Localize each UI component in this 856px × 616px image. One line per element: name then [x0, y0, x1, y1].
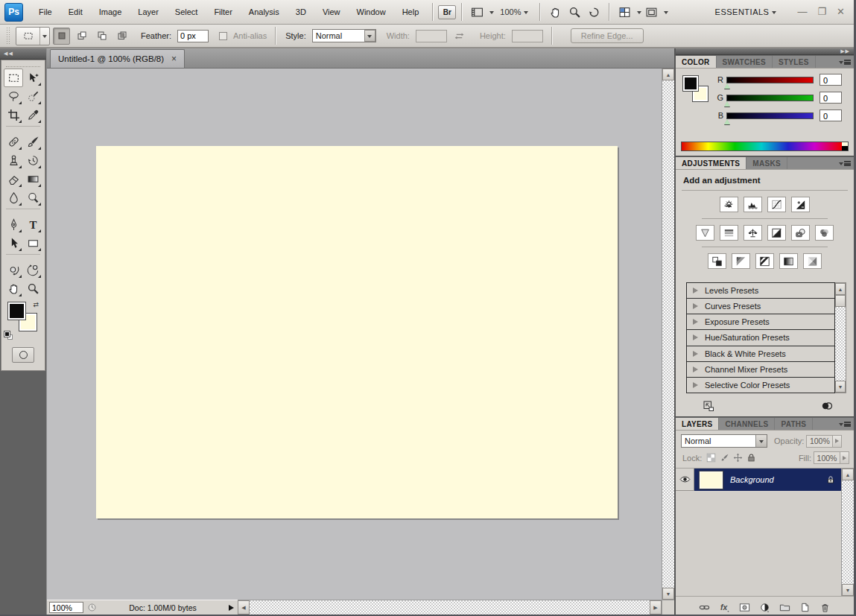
photoshop-logo-icon[interactable]: Ps [4, 3, 23, 22]
menu-3d[interactable]: 3D [288, 0, 314, 25]
menu-edit[interactable]: Edit [60, 0, 91, 25]
layer-name[interactable]: Background [730, 475, 826, 484]
scroll-down-icon[interactable]: ▼ [835, 381, 846, 393]
blue-channel-value[interactable] [819, 109, 842, 121]
default-colors-icon[interactable] [4, 331, 13, 340]
tool-zoom[interactable] [23, 279, 42, 298]
width-input[interactable] [416, 30, 447, 42]
tool-eyedropper[interactable] [23, 106, 42, 124]
selective-color-presets-row[interactable]: Selective Color Presets [687, 378, 834, 393]
red-channel-slider[interactable] [726, 77, 814, 83]
hue-saturation-presets-row[interactable]: Hue/Saturation Presets [687, 330, 834, 346]
options-bar-grip[interactable] [6, 27, 10, 45]
link-layers-icon[interactable] [699, 602, 710, 613]
arrange-documents-icon[interactable] [615, 4, 634, 20]
scroll-up-icon[interactable]: ▲ [835, 283, 846, 295]
curves-presets-row[interactable]: Curves Presets [687, 299, 834, 314]
gradient-map-icon[interactable] [779, 253, 798, 269]
quick-mask-button[interactable] [12, 347, 34, 363]
menu-view[interactable]: View [314, 0, 349, 25]
tab-masks[interactable]: MASKS [746, 157, 787, 169]
new-group-icon[interactable] [779, 602, 790, 613]
status-options-arrow-icon[interactable] [229, 605, 234, 611]
collapse-panels-header[interactable]: ▶▶ [676, 48, 854, 55]
menu-filter[interactable]: Filter [206, 0, 240, 25]
tab-channels[interactable]: CHANNELS [719, 418, 775, 430]
scroll-up-icon[interactable]: ▲ [842, 469, 854, 480]
expand-icon[interactable] [693, 319, 698, 325]
layers-scrollbar[interactable]: ▲ ▼ [841, 469, 854, 596]
status-zoom-input[interactable] [49, 602, 83, 613]
opacity-value[interactable]: 100% [806, 435, 833, 448]
green-channel-slider[interactable] [726, 95, 814, 101]
rotate-view-icon[interactable] [584, 4, 603, 20]
layer-visibility-toggle[interactable] [676, 469, 694, 491]
lock-transparent-pixels-icon[interactable] [706, 453, 716, 463]
refine-edge-button[interactable]: Refine Edge... [571, 28, 644, 43]
selection-mode-subtract-button[interactable] [93, 28, 110, 45]
maximize-button[interactable]: ❐ [817, 7, 826, 16]
style-select[interactable]: Normal [312, 29, 376, 42]
red-channel-value[interactable] [819, 74, 842, 86]
panel-menu-icon[interactable] [836, 418, 854, 430]
expand-icon[interactable] [693, 366, 698, 372]
lock-all-icon[interactable] [746, 453, 756, 463]
tool-shape[interactable] [23, 234, 42, 253]
selection-mode-intersect-button[interactable] [113, 28, 130, 45]
tool-crop[interactable] [4, 106, 23, 124]
tool-brush[interactable] [23, 133, 42, 151]
tool-move[interactable] [23, 69, 42, 87]
lock-image-pixels-icon[interactable] [720, 453, 729, 463]
tool-path-selection[interactable] [4, 234, 23, 253]
vertical-scroll-track[interactable] [662, 80, 674, 588]
tool-hand[interactable] [4, 279, 23, 298]
fill-value[interactable]: 100% [814, 451, 840, 464]
fill-spinner-icon[interactable] [840, 451, 849, 464]
view-extras-icon[interactable] [467, 4, 486, 20]
tab-paths[interactable]: PATHS [775, 418, 813, 430]
tool-clone-stamp[interactable] [4, 151, 23, 170]
channel-mixer-presets-row[interactable]: Channel Mixer Presets [687, 362, 834, 378]
horizontal-scroll-track[interactable] [250, 600, 650, 615]
hue-saturation-icon[interactable] [720, 225, 738, 241]
blue-channel-slider[interactable] [726, 112, 814, 119]
foreground-color-swatch[interactable] [683, 76, 698, 91]
green-channel-value[interactable] [819, 92, 842, 104]
selective-color-icon[interactable] [803, 253, 822, 269]
tab-swatches[interactable]: SWATCHES [717, 56, 773, 68]
vibrance-icon[interactable] [696, 225, 714, 241]
selection-mode-add-button[interactable] [73, 28, 90, 45]
layer-thumbnail[interactable] [700, 471, 723, 489]
panel-menu-icon[interactable] [836, 56, 854, 68]
layer-row-background[interactable]: Background [676, 469, 841, 491]
delete-layer-icon[interactable] [819, 602, 831, 613]
tool-blur[interactable] [4, 188, 23, 207]
lock-position-icon[interactable] [733, 453, 743, 463]
tool-preset-picker[interactable] [16, 27, 50, 45]
invert-icon[interactable] [708, 253, 726, 269]
screen-mode-icon[interactable] [641, 4, 661, 20]
menu-layer[interactable]: Layer [130, 0, 167, 25]
opacity-spinner-icon[interactable] [833, 435, 842, 448]
levels-presets-row[interactable]: Levels Presets [687, 283, 834, 299]
tool-pen[interactable] [4, 215, 23, 234]
expand-icon[interactable] [693, 351, 698, 357]
anti-alias-checkbox[interactable] [219, 32, 227, 40]
vertical-scrollbar[interactable]: ▲ ▼ [662, 69, 674, 600]
document-tab[interactable]: Untitled-1 @ 100% (RGB/8) × [50, 49, 185, 68]
launch-bridge-button[interactable]: Br [438, 5, 456, 19]
selection-mode-new-button[interactable] [53, 28, 70, 45]
tool-3d-orbit[interactable] [23, 261, 42, 279]
status-clock-icon[interactable] [87, 603, 97, 612]
workspace-switcher[interactable]: ESSENTIALS [708, 7, 784, 16]
exposure-presets-row[interactable]: Exposure Presets [687, 314, 834, 330]
posterize-icon[interactable] [732, 253, 750, 269]
color-spectrum-ramp[interactable] [681, 142, 849, 151]
blend-mode-select[interactable]: Normal [681, 434, 767, 448]
tool-dodge[interactable] [23, 188, 42, 207]
collapse-toolbox-header[interactable]: ◀◀ [0, 48, 46, 60]
zoom-tool-icon[interactable] [565, 4, 584, 20]
close-button[interactable]: ✕ [837, 7, 845, 16]
feather-input[interactable] [177, 30, 209, 42]
tab-styles[interactable]: STYLES [773, 56, 816, 68]
